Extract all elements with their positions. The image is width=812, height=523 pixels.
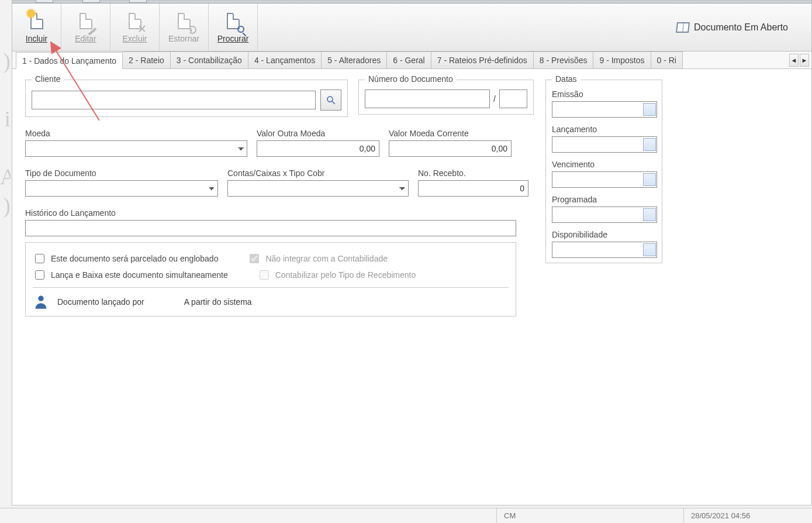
editar-label: Editar [75,34,96,43]
estornar-button[interactable]: Estornar [160,4,209,51]
numero-documento-suffix-input[interactable] [499,90,527,108]
svg-point-0 [327,97,333,102]
chk-contab-tipo: Contabilizar pelo Tipo de Recebimento [257,269,416,281]
svg-point-2 [38,296,43,301]
tab-contabilizacao[interactable]: 3 - Contabilização [171,51,248,68]
user-icon [33,294,49,310]
valor-outra-moeda-input[interactable] [257,140,379,157]
chk-parcelado[interactable]: Este documento será parcelado ou engloba… [33,252,218,265]
procurar-button[interactable]: Procurar [209,4,258,51]
cliente-group: Cliente [25,80,348,117]
cliente-legend: Cliente [32,74,64,84]
contas-caixas-label: Contas/Caixas x Tipo Cobr [227,168,409,178]
lancamento-label: Lançamento [552,125,656,134]
chk-nao-integrar-input [250,254,259,263]
programada-label: Programada [552,195,656,204]
chk-lanca-baixa-label: Lança e Baixa este documento simultaneam… [51,270,228,280]
delete-document-icon [125,12,145,32]
tab-lancamentos[interactable]: 4 - Lançamentos [248,51,322,68]
tab-overflow[interactable]: 0 - Ri [651,51,683,68]
disponibilidade-label: Disponibilidade [552,230,656,239]
new-document-icon [27,12,47,32]
tab-scroll-left[interactable]: ◄ [789,54,799,67]
lancado-por-value: A partir do sistema [184,297,252,307]
tab-dados-lancamento[interactable]: 1 - Dados do Lançamento [16,52,123,69]
datas-legend: Datas [552,74,581,84]
numero-documento-separator: / [493,94,496,104]
cliente-input[interactable] [32,91,316,109]
open-book-icon [676,22,690,33]
programada-input[interactable] [552,207,657,223]
vencimento-label: Vencimento [552,160,656,169]
chk-contab-tipo-label: Contabilizar pelo Tipo de Recebimento [275,270,416,280]
status-datetime: 28/05/2021 04:56 [683,508,812,523]
lancamento-input[interactable] [552,136,657,153]
chk-contab-tipo-input [260,270,269,280]
chk-lanca-baixa[interactable]: Lança e Baixa este documento simultaneam… [33,269,228,281]
app-window: Incluir Editar Excluir Estornar Procurar… [12,0,812,505]
contas-caixas-select[interactable] [227,180,409,197]
lancado-por-label: Documento lançado por [57,297,144,307]
status-mode: CM [496,508,683,523]
chk-nao-integrar-label: Não integrar com a Contabilidade [265,254,388,263]
chk-parcelado-label: Este documento será parcelado ou engloba… [51,254,218,263]
form-body: Cliente Número do Documento / [12,69,811,505]
document-status: Documento Em Aberto [676,4,811,51]
tab-impostos[interactable]: 9 - Impostos [593,51,651,68]
historico-input[interactable] [25,220,516,236]
numero-documento-group: Número do Documento / [358,80,534,115]
tab-scroll-controls: ◄ ► [788,51,811,68]
tab-bar: 1 - Dados do Lançamento 2 - Rateio 3 - C… [12,51,811,69]
valor-moeda-corrente-label: Valor Moeda Corrente [389,129,512,138]
edit-document-icon [76,12,96,32]
estornar-label: Estornar [168,34,199,43]
tab-alteradores[interactable]: 5 - Alteradores [322,51,387,68]
incluir-button[interactable]: Incluir [12,4,61,51]
historico-label: Histórico do Lançamento [25,208,516,218]
svg-line-1 [332,101,335,104]
search-icon [326,95,336,105]
tab-rateio[interactable]: 2 - Rateio [123,51,171,68]
emissao-input[interactable] [552,101,657,118]
emissao-label: Emissão [552,90,656,99]
moeda-label: Moeda [25,129,247,138]
excluir-button[interactable]: Excluir [110,4,160,51]
cliente-search-button[interactable] [320,90,341,111]
no-recebto-label: No. Recebto. [418,168,528,178]
valor-moeda-corrente-input[interactable] [389,140,512,157]
vencimento-input[interactable] [552,171,657,188]
chk-parcelado-input[interactable] [35,254,44,263]
datas-group: Datas Emissão Lançamento [545,80,662,263]
moeda-select[interactable] [25,140,247,157]
tab-scroll-right[interactable]: ► [800,54,809,67]
incluir-label: Incluir [26,34,47,43]
chk-nao-integrar: Não integrar com a Contabilidade [247,252,388,265]
status-bar: CM 28/05/2021 04:56 [0,508,812,523]
no-recebto-input[interactable] [418,180,528,197]
reverse-document-icon [174,12,194,32]
tipo-documento-label: Tipo de Documento [25,168,218,178]
numero-documento-legend: Número do Documento [365,74,457,84]
valor-outra-moeda-label: Valor Outra Moeda [257,129,379,138]
main-toolbar: Incluir Editar Excluir Estornar Procurar… [12,4,811,51]
excluir-label: Excluir [122,34,147,43]
disponibilidade-input[interactable] [552,242,657,258]
tab-previsoes[interactable]: 8 - Previsões [534,51,594,68]
numero-documento-input[interactable] [365,90,490,108]
tab-rateios-pre[interactable]: 7 - Rateios Pré-definidos [431,51,534,68]
chk-lanca-baixa-input[interactable] [35,270,44,280]
search-document-icon [223,12,243,32]
tab-geral[interactable]: 6 - Geral [387,51,431,68]
tipo-documento-select[interactable] [25,180,218,197]
editar-button[interactable]: Editar [61,4,110,51]
document-status-label: Documento Em Aberto [694,22,788,33]
ghost-left-text: )iA) [0,47,11,505]
